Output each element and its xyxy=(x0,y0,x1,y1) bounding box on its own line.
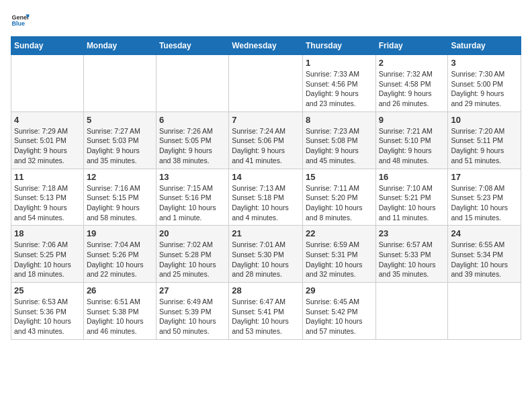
day-info: Sunrise: 6:51 AM Sunset: 5:38 PM Dayligh… xyxy=(87,297,153,336)
day-number: 27 xyxy=(159,285,226,295)
day-info: Sunrise: 7:02 AM Sunset: 5:28 PM Dayligh… xyxy=(159,240,226,279)
calendar-week-row: 1Sunrise: 7:33 AM Sunset: 4:56 PM Daylig… xyxy=(11,55,521,112)
calendar-week-row: 18Sunrise: 7:06 AM Sunset: 5:25 PM Dayli… xyxy=(11,226,521,283)
calendar-cell: 7Sunrise: 7:24 AM Sunset: 5:06 PM Daylig… xyxy=(229,111,303,169)
svg-text:Blue: Blue xyxy=(11,20,25,27)
calendar-cell xyxy=(83,55,156,112)
calendar-cell: 13Sunrise: 7:15 AM Sunset: 5:16 PM Dayli… xyxy=(156,169,228,226)
day-info: Sunrise: 7:23 AM Sunset: 5:08 PM Dayligh… xyxy=(306,126,373,166)
day-number: 2 xyxy=(379,58,445,68)
calendar-cell: 17Sunrise: 7:08 AM Sunset: 5:23 PM Dayli… xyxy=(448,169,521,226)
calendar-cell: 10Sunrise: 7:20 AM Sunset: 5:11 PM Dayli… xyxy=(448,111,521,169)
calendar-cell: 1Sunrise: 7:33 AM Sunset: 4:56 PM Daylig… xyxy=(302,55,375,112)
day-number: 6 xyxy=(159,115,226,125)
day-info: Sunrise: 7:30 AM Sunset: 5:00 PM Dayligh… xyxy=(451,69,518,109)
calendar-cell: 25Sunrise: 6:53 AM Sunset: 5:36 PM Dayli… xyxy=(11,283,84,340)
calendar-cell: 28Sunrise: 6:47 AM Sunset: 5:41 PM Dayli… xyxy=(229,283,303,340)
day-info: Sunrise: 7:08 AM Sunset: 5:23 PM Dayligh… xyxy=(451,183,518,223)
day-number: 9 xyxy=(379,115,445,125)
day-number: 3 xyxy=(451,58,518,68)
calendar-week-row: 4Sunrise: 7:29 AM Sunset: 5:01 PM Daylig… xyxy=(11,111,521,169)
calendar-table: SundayMondayTuesdayWednesdayThursdayFrid… xyxy=(11,36,521,340)
day-info: Sunrise: 7:15 AM Sunset: 5:16 PM Dayligh… xyxy=(159,183,226,223)
day-info: Sunrise: 6:47 AM Sunset: 5:41 PM Dayligh… xyxy=(232,297,300,336)
calendar-cell: 2Sunrise: 7:32 AM Sunset: 4:58 PM Daylig… xyxy=(375,55,448,112)
calendar-cell: 3Sunrise: 7:30 AM Sunset: 5:00 PM Daylig… xyxy=(448,55,521,112)
day-info: Sunrise: 7:21 AM Sunset: 5:10 PM Dayligh… xyxy=(379,126,445,166)
day-number: 1 xyxy=(306,58,373,68)
calendar-cell: 9Sunrise: 7:21 AM Sunset: 5:10 PM Daylig… xyxy=(375,111,448,169)
day-info: Sunrise: 6:45 AM Sunset: 5:42 PM Dayligh… xyxy=(306,297,373,336)
calendar-cell: 8Sunrise: 7:23 AM Sunset: 5:08 PM Daylig… xyxy=(302,111,375,169)
day-info: Sunrise: 7:13 AM Sunset: 5:18 PM Dayligh… xyxy=(232,183,300,223)
calendar-header-row: SundayMondayTuesdayWednesdayThursdayFrid… xyxy=(11,37,521,55)
calendar-cell: 4Sunrise: 7:29 AM Sunset: 5:01 PM Daylig… xyxy=(11,111,84,169)
column-header-tuesday: Tuesday xyxy=(156,37,228,55)
calendar-cell: 18Sunrise: 7:06 AM Sunset: 5:25 PM Dayli… xyxy=(11,226,84,283)
day-number: 20 xyxy=(159,228,226,238)
day-info: Sunrise: 7:18 AM Sunset: 5:13 PM Dayligh… xyxy=(14,183,81,223)
day-number: 5 xyxy=(87,115,153,125)
day-info: Sunrise: 6:57 AM Sunset: 5:33 PM Dayligh… xyxy=(379,240,445,279)
day-number: 14 xyxy=(232,172,300,182)
calendar-cell: 19Sunrise: 7:04 AM Sunset: 5:26 PM Dayli… xyxy=(83,226,156,283)
day-info: Sunrise: 7:20 AM Sunset: 5:11 PM Dayligh… xyxy=(451,126,518,166)
day-number: 25 xyxy=(14,285,81,295)
day-info: Sunrise: 7:24 AM Sunset: 5:06 PM Dayligh… xyxy=(232,126,300,166)
column-header-thursday: Thursday xyxy=(302,37,375,55)
day-info: Sunrise: 7:01 AM Sunset: 5:30 PM Dayligh… xyxy=(232,240,300,279)
day-info: Sunrise: 7:06 AM Sunset: 5:25 PM Dayligh… xyxy=(14,240,81,279)
column-header-sunday: Sunday xyxy=(11,37,84,55)
day-info: Sunrise: 7:04 AM Sunset: 5:26 PM Dayligh… xyxy=(87,240,153,279)
day-info: Sunrise: 7:33 AM Sunset: 4:56 PM Dayligh… xyxy=(306,69,373,109)
calendar-cell: 22Sunrise: 6:59 AM Sunset: 5:31 PM Dayli… xyxy=(302,226,375,283)
calendar-cell xyxy=(375,283,448,340)
day-number: 17 xyxy=(451,172,518,182)
calendar-cell: 5Sunrise: 7:27 AM Sunset: 5:03 PM Daylig… xyxy=(83,111,156,169)
day-number: 15 xyxy=(306,172,373,182)
day-info: Sunrise: 7:32 AM Sunset: 4:58 PM Dayligh… xyxy=(379,69,445,109)
calendar-cell: 27Sunrise: 6:49 AM Sunset: 5:39 PM Dayli… xyxy=(156,283,228,340)
day-info: Sunrise: 6:53 AM Sunset: 5:36 PM Dayligh… xyxy=(14,297,81,336)
day-number: 23 xyxy=(379,228,445,238)
day-info: Sunrise: 6:55 AM Sunset: 5:34 PM Dayligh… xyxy=(451,240,518,279)
calendar-cell xyxy=(156,55,228,112)
column-header-monday: Monday xyxy=(83,37,156,55)
calendar-cell xyxy=(11,55,84,112)
day-number: 4 xyxy=(14,115,81,125)
day-number: 29 xyxy=(306,285,373,295)
day-info: Sunrise: 6:49 AM Sunset: 5:39 PM Dayligh… xyxy=(159,297,226,336)
day-number: 12 xyxy=(87,172,153,182)
day-info: Sunrise: 7:16 AM Sunset: 5:15 PM Dayligh… xyxy=(87,183,153,223)
day-number: 16 xyxy=(379,172,445,182)
column-header-wednesday: Wednesday xyxy=(229,37,303,55)
day-info: Sunrise: 7:27 AM Sunset: 5:03 PM Dayligh… xyxy=(87,126,153,166)
day-number: 21 xyxy=(232,228,300,238)
day-number: 7 xyxy=(232,115,300,125)
calendar-cell: 15Sunrise: 7:11 AM Sunset: 5:20 PM Dayli… xyxy=(302,169,375,226)
calendar-cell: 26Sunrise: 6:51 AM Sunset: 5:38 PM Dayli… xyxy=(83,283,156,340)
day-number: 19 xyxy=(87,228,153,238)
header: General Blue xyxy=(11,11,521,30)
day-number: 11 xyxy=(14,172,81,182)
calendar-cell: 24Sunrise: 6:55 AM Sunset: 5:34 PM Dayli… xyxy=(448,226,521,283)
calendar-cell: 21Sunrise: 7:01 AM Sunset: 5:30 PM Dayli… xyxy=(229,226,303,283)
day-number: 22 xyxy=(306,228,373,238)
column-header-friday: Friday xyxy=(375,37,448,55)
day-number: 13 xyxy=(159,172,226,182)
day-info: Sunrise: 7:26 AM Sunset: 5:05 PM Dayligh… xyxy=(159,126,226,166)
day-info: Sunrise: 6:59 AM Sunset: 5:31 PM Dayligh… xyxy=(306,240,373,279)
calendar-cell: 12Sunrise: 7:16 AM Sunset: 5:15 PM Dayli… xyxy=(83,169,156,226)
calendar-cell: 11Sunrise: 7:18 AM Sunset: 5:13 PM Dayli… xyxy=(11,169,84,226)
calendar-cell xyxy=(229,55,303,112)
calendar-week-row: 11Sunrise: 7:18 AM Sunset: 5:13 PM Dayli… xyxy=(11,169,521,226)
day-info: Sunrise: 7:11 AM Sunset: 5:20 PM Dayligh… xyxy=(306,183,373,223)
calendar-cell: 20Sunrise: 7:02 AM Sunset: 5:28 PM Dayli… xyxy=(156,226,228,283)
day-number: 8 xyxy=(306,115,373,125)
calendar-cell: 16Sunrise: 7:10 AM Sunset: 5:21 PM Dayli… xyxy=(375,169,448,226)
calendar-cell: 14Sunrise: 7:13 AM Sunset: 5:18 PM Dayli… xyxy=(229,169,303,226)
calendar-cell xyxy=(448,283,521,340)
logo: General Blue xyxy=(11,11,30,30)
day-number: 10 xyxy=(451,115,518,125)
day-number: 24 xyxy=(451,228,518,238)
